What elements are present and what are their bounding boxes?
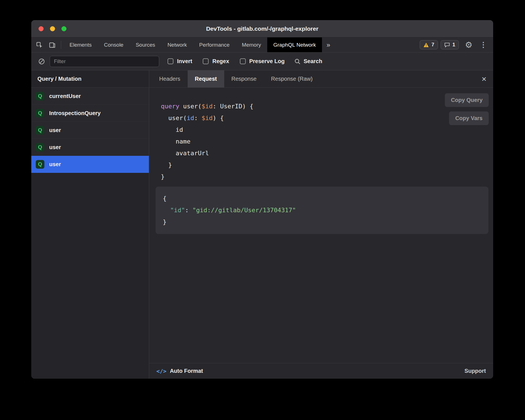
query-name: currentUser bbox=[49, 93, 81, 99]
filter-checkboxes: InvertRegexPreserve Log bbox=[168, 58, 285, 65]
close-icon[interactable]: × bbox=[475, 75, 493, 83]
copy-query-button[interactable]: Copy Query bbox=[445, 93, 489, 107]
checkbox-box-icon[interactable] bbox=[168, 58, 173, 64]
code-line: id bbox=[161, 124, 493, 136]
tab-performance[interactable]: Performance bbox=[193, 37, 236, 52]
messages-count: 1 bbox=[452, 42, 455, 48]
toolbar-separator bbox=[61, 41, 61, 49]
query-name: user bbox=[49, 127, 61, 133]
search-control[interactable]: Search bbox=[294, 58, 322, 65]
query-list-item[interactable]: QIntrospectionQuery bbox=[31, 105, 149, 122]
devtools-window: DevTools - gitlab.com/-/graphql-explorer… bbox=[31, 20, 493, 379]
sidebar-header: Query / Mutation bbox=[31, 70, 149, 88]
toolbar-spacer bbox=[335, 37, 420, 52]
query-badge-icon: Q bbox=[36, 126, 44, 135]
query-list-item[interactable]: Quser bbox=[31, 156, 149, 173]
device-toolbar-icon[interactable] bbox=[46, 37, 59, 52]
inspect-element-icon[interactable] bbox=[31, 37, 46, 52]
titlebar: DevTools - gitlab.com/-/graphql-explorer bbox=[31, 20, 493, 37]
query-list-item[interactable]: Quser bbox=[31, 122, 149, 139]
code-line: query user($id: UserID) { bbox=[161, 101, 493, 112]
tab-sources[interactable]: Sources bbox=[130, 37, 161, 52]
detail-tab-response[interactable]: Response bbox=[224, 70, 264, 87]
query-name: user bbox=[49, 144, 61, 151]
traffic-lights bbox=[39, 20, 66, 37]
checkbox-label: Preserve Log bbox=[249, 58, 285, 65]
graphql-query-code: query user($id: UserID) { user(id: $id) … bbox=[161, 101, 493, 183]
auto-format-button[interactable]: Auto Format bbox=[170, 368, 203, 374]
code-line: "id": "gid://gitlab/User/13704317" bbox=[163, 204, 481, 216]
more-options-icon[interactable]: ⋮ bbox=[476, 37, 491, 52]
variables-box: { "id": "gid://gitlab/User/13704317"} bbox=[156, 187, 488, 234]
code-line: name bbox=[161, 136, 493, 147]
window-title: DevTools - gitlab.com/-/graphql-explorer bbox=[206, 25, 318, 32]
query-list-item[interactable]: Quser bbox=[31, 139, 149, 156]
query-list: QcurrentUserQIntrospectionQueryQuserQuse… bbox=[31, 88, 149, 379]
auto-format-icon: </> bbox=[156, 368, 166, 374]
code-line: user(id: $id) { bbox=[161, 112, 493, 124]
tab-memory[interactable]: Memory bbox=[236, 37, 267, 52]
warning-icon bbox=[423, 42, 429, 47]
devtools-toolbar: ElementsConsoleSourcesNetworkPerformance… bbox=[31, 37, 493, 52]
main-split: Query / Mutation QcurrentUserQIntrospect… bbox=[31, 70, 493, 379]
query-badge-icon: Q bbox=[36, 92, 44, 101]
request-content: Copy Query Copy Vars query user($id: Use… bbox=[149, 88, 493, 363]
query-name: user bbox=[49, 161, 61, 168]
query-name: IntrospectionQuery bbox=[49, 110, 101, 116]
zoom-window-button[interactable] bbox=[61, 26, 66, 31]
support-link[interactable]: Support bbox=[464, 368, 486, 374]
filter-input[interactable] bbox=[50, 56, 159, 67]
detail-tabs-row: HeadersRequestResponseResponse (Raw) × bbox=[149, 70, 493, 88]
tab-graphql-network[interactable]: GraphQL Network bbox=[267, 37, 322, 52]
detail-footer: </> Auto Format Support bbox=[149, 363, 493, 379]
checkbox-label: Invert bbox=[177, 58, 192, 65]
more-tabs-icon[interactable]: » bbox=[322, 37, 335, 52]
tab-console[interactable]: Console bbox=[98, 37, 130, 52]
code-line: } bbox=[163, 216, 481, 228]
checkbox-box-icon[interactable] bbox=[240, 58, 246, 64]
checkbox-preserve-log[interactable]: Preserve Log bbox=[240, 58, 285, 65]
detail-tab-list: HeadersRequestResponseResponse (Raw) bbox=[152, 70, 320, 87]
code-line: avatarUrl bbox=[161, 147, 493, 159]
sidebar: Query / Mutation QcurrentUserQIntrospect… bbox=[31, 70, 149, 379]
clear-icon[interactable] bbox=[35, 58, 48, 65]
message-bubble-icon bbox=[444, 42, 450, 47]
detail-tab-response-raw[interactable]: Response (Raw) bbox=[264, 70, 320, 87]
issues-count: 7 bbox=[431, 42, 434, 48]
search-icon bbox=[294, 58, 301, 65]
issues-badge[interactable]: 7 bbox=[420, 40, 438, 49]
query-list-item[interactable]: QcurrentUser bbox=[31, 88, 149, 105]
close-window-button[interactable] bbox=[39, 26, 44, 31]
copy-vars-button[interactable]: Copy Vars bbox=[449, 111, 489, 125]
code-line: { bbox=[163, 193, 481, 204]
checkbox-label: Regex bbox=[212, 58, 229, 65]
settings-gear-icon[interactable]: ⚙ bbox=[462, 37, 476, 52]
detail-tab-headers[interactable]: Headers bbox=[152, 70, 188, 87]
checkbox-box-icon[interactable] bbox=[203, 58, 209, 64]
tab-network[interactable]: Network bbox=[161, 37, 193, 52]
filter-bar: InvertRegexPreserve Log Search bbox=[31, 52, 493, 70]
checkbox-invert[interactable]: Invert bbox=[168, 58, 192, 65]
detail-tab-request[interactable]: Request bbox=[188, 70, 224, 87]
graphql-variables-code: { "id": "gid://gitlab/User/13704317"} bbox=[163, 193, 481, 228]
query-badge-icon: Q bbox=[36, 143, 44, 152]
detail-panel: HeadersRequestResponseResponse (Raw) × C… bbox=[149, 70, 493, 379]
code-line: } bbox=[161, 159, 493, 171]
status-badges: 7 1 bbox=[420, 37, 459, 52]
code-line: } bbox=[161, 171, 493, 183]
messages-badge[interactable]: 1 bbox=[441, 40, 459, 49]
checkbox-regex[interactable]: Regex bbox=[203, 58, 229, 65]
minimize-window-button[interactable] bbox=[50, 26, 55, 31]
query-badge-icon: Q bbox=[36, 109, 44, 118]
query-badge-icon: Q bbox=[36, 160, 44, 169]
tab-elements[interactable]: Elements bbox=[63, 37, 98, 52]
copy-buttons: Copy Query Copy Vars bbox=[445, 93, 489, 125]
search-label: Search bbox=[304, 58, 322, 65]
panel-tabs: ElementsConsoleSourcesNetworkPerformance… bbox=[63, 37, 322, 52]
